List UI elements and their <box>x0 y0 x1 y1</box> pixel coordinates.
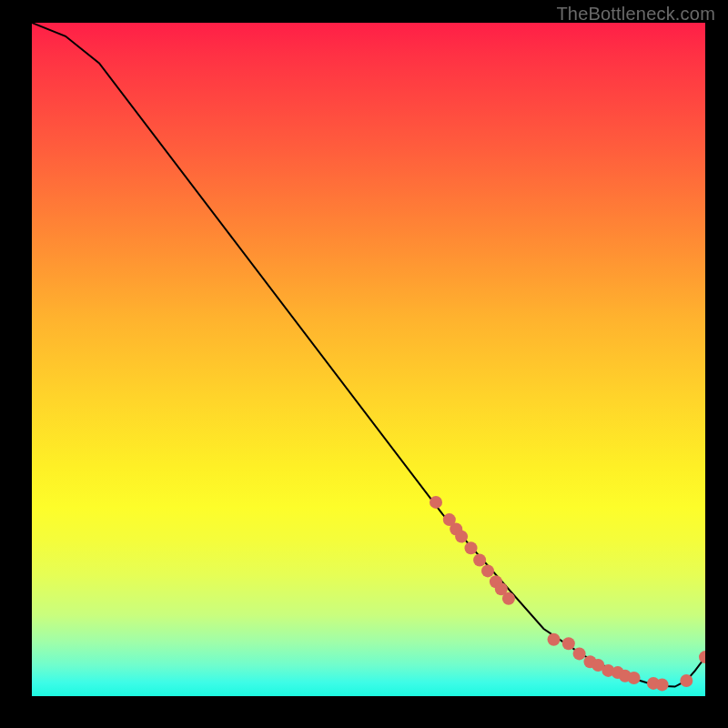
highlight-marker <box>628 672 641 684</box>
highlight-marker <box>656 678 669 691</box>
highlight-marker <box>481 564 494 577</box>
highlight-marker <box>473 554 486 567</box>
highlight-marker <box>562 637 575 650</box>
highlight-marker <box>548 633 561 646</box>
highlight-marker <box>699 651 705 663</box>
highlight-marker <box>455 531 468 543</box>
highlight-marker <box>680 674 693 687</box>
chart-stage: TheBottleneck.com <box>0 0 728 728</box>
highlight-marker <box>430 496 442 509</box>
marker-group <box>430 496 705 692</box>
highlight-marker <box>573 647 586 660</box>
plot-area <box>32 23 705 696</box>
curve-svg <box>32 23 705 696</box>
highlight-marker <box>502 592 515 605</box>
watermark-label: TheBottleneck.com <box>556 4 715 25</box>
bottleneck-curve-path <box>32 23 705 687</box>
highlight-marker <box>465 541 478 554</box>
